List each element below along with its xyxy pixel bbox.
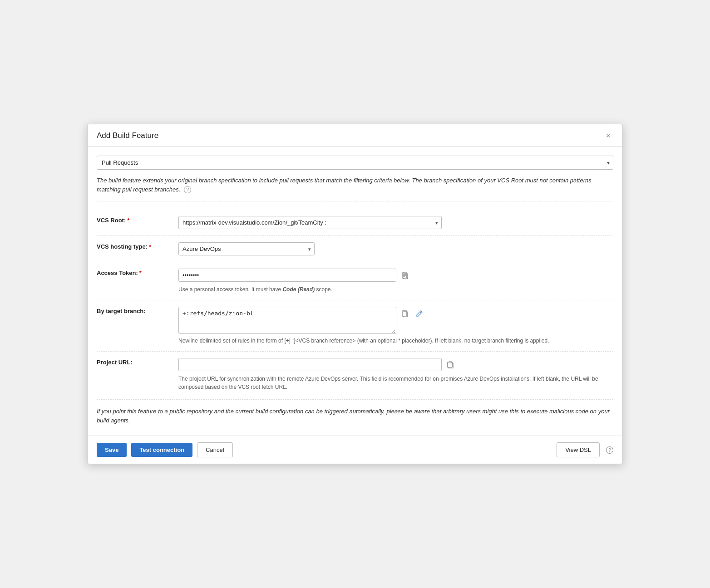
form-table: VCS Root:* https://matrix-dev.visualstud… xyxy=(97,210,613,397)
cancel-button[interactable]: Cancel xyxy=(197,442,232,457)
dialog-title: Add Build Feature xyxy=(97,131,158,140)
access-token-label: Access Token:* xyxy=(97,262,178,300)
svg-rect-2 xyxy=(404,272,406,274)
vcs-hosting-required: * xyxy=(149,243,151,250)
dialog-header: Add Build Feature × xyxy=(88,124,622,147)
vcs-hosting-type-select[interactable]: Azure DevOps xyxy=(178,242,315,255)
vcs-root-select-wrapper: https://matrix-dev.visualstudio.com/Zion… xyxy=(178,216,442,229)
by-target-branch-paste-button[interactable] xyxy=(399,308,411,321)
feature-select-wrapper: Pull Requests ▾ xyxy=(97,156,613,170)
project-url-input[interactable] xyxy=(178,358,442,371)
project-url-hint: The project URL for synchronization with… xyxy=(178,375,609,391)
dialog-footer: Save Test connection Cancel View DSL ? xyxy=(88,436,622,464)
description-help-icon[interactable]: ? xyxy=(184,186,191,193)
access-token-paste-button[interactable] xyxy=(399,270,411,283)
save-button[interactable]: Save xyxy=(97,443,127,457)
svg-line-9 xyxy=(420,312,421,313)
project-url-field-wrapper xyxy=(178,358,609,372)
vcs-root-select[interactable]: https://matrix-dev.visualstudio.com/Zion… xyxy=(178,216,442,229)
vcs-root-required: * xyxy=(127,217,129,224)
close-button[interactable]: × xyxy=(603,131,613,141)
by-target-branch-field-wrapper: +:refs/heads/zion-bl xyxy=(178,307,609,334)
feature-type-row: Pull Requests ▾ xyxy=(97,156,613,170)
footer-right-buttons: View DSL ? xyxy=(557,442,613,457)
view-dsl-button[interactable]: View DSL xyxy=(557,442,600,457)
by-target-branch-input[interactable]: +:refs/heads/zion-bl xyxy=(178,307,396,334)
access-token-input[interactable] xyxy=(178,269,396,282)
feature-description: The build feature extends your original … xyxy=(97,176,613,201)
project-url-row: Project URL: The project URL f xyxy=(97,352,613,398)
vcs-hosting-select-wrapper: Azure DevOps ▾ xyxy=(178,242,315,255)
project-url-label: Project URL: xyxy=(97,352,178,398)
access-token-field-wrapper xyxy=(178,269,609,283)
add-build-feature-dialog: Add Build Feature × Pull Requests ▾ The … xyxy=(87,124,623,464)
footer-help-icon[interactable]: ? xyxy=(606,446,613,454)
by-target-branch-row: By target branch: +:refs/heads/zion-bl xyxy=(97,300,613,352)
vcs-hosting-label: VCS hosting type:* xyxy=(97,236,178,262)
svg-rect-12 xyxy=(449,362,452,363)
vcs-root-row: VCS Root:* https://matrix-dev.visualstud… xyxy=(97,210,613,236)
access-token-hint: Use a personal access token. It must hav… xyxy=(178,285,609,294)
warning-text: If you point this feature to a public re… xyxy=(97,399,613,432)
footer-left-buttons: Save Test connection Cancel xyxy=(97,442,233,457)
by-target-branch-edit-button[interactable] xyxy=(414,308,425,321)
dialog-body: Pull Requests ▾ The build feature extend… xyxy=(88,147,622,432)
project-url-paste-button[interactable] xyxy=(444,359,456,372)
access-token-required: * xyxy=(139,270,142,276)
vcs-root-label: VCS Root:* xyxy=(97,210,178,236)
by-target-branch-label: By target branch: xyxy=(97,300,178,352)
by-target-branch-hint: Newline-delimited set of rules in the fo… xyxy=(178,337,609,345)
access-token-row: Access Token:* xyxy=(97,262,613,300)
vcs-hosting-type-row: VCS hosting type:* Azure DevOps ▾ xyxy=(97,236,613,262)
feature-type-select[interactable]: Pull Requests xyxy=(97,156,613,170)
test-connection-button[interactable]: Test connection xyxy=(131,443,192,457)
svg-rect-8 xyxy=(404,310,406,312)
